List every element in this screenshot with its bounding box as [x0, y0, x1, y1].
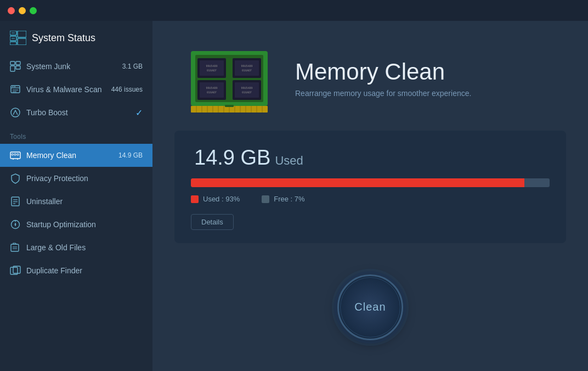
svg-rect-9: [10, 66, 15, 71]
traffic-lights: [8, 7, 37, 14]
system-junk-badge: 3.1 GB: [122, 63, 143, 70]
svg-rect-3: [18, 31, 26, 37]
svg-text:99U5489: 99U5489: [206, 64, 217, 68]
svg-text:99U5489: 99U5489: [206, 86, 217, 89]
hero-title: Memory Clean: [295, 59, 471, 85]
stats-used-value: 14.9 GB: [194, 146, 270, 169]
close-button[interactable]: [8, 7, 15, 14]
svg-text:99U5489: 99U5489: [241, 64, 252, 68]
sidebar-item-uninstaller[interactable]: Uninstaller: [0, 190, 152, 213]
duplicate-icon: [10, 265, 21, 276]
uninstaller-icon: [10, 196, 21, 207]
svg-point-17: [11, 108, 20, 117]
legend-free-dot: [262, 195, 269, 203]
sidebar-header: System Status: [0, 21, 152, 55]
ram-chip-image: 99U5489 016AEF 99U5489 016AEF 99U5489 01…: [185, 43, 273, 114]
memory-progress-bar: [191, 178, 550, 187]
svg-text:016AEF: 016AEF: [242, 91, 252, 94]
sidebar-title: System Status: [32, 32, 95, 44]
memory-clean-label: Memory Clean: [26, 151, 113, 160]
memory-clean-badge: 14.9 GB: [118, 151, 143, 159]
sidebar-item-turbo-boost[interactable]: Turbo Boost ✓: [0, 101, 152, 124]
legend-free: Free : 7%: [262, 195, 304, 203]
clean-button[interactable]: Clean: [337, 274, 403, 340]
privacy-protection-label: Privacy Protection: [26, 174, 143, 183]
large-old-files-label: Large & Old Files: [26, 243, 143, 252]
sidebar-item-startup-optimization[interactable]: Startup Optimization: [0, 213, 152, 236]
virus-scan-label: Virus & Malware Scan: [26, 85, 106, 94]
sidebar-item-large-old-files[interactable]: Large & Old Files: [0, 236, 152, 259]
svg-point-30: [15, 224, 16, 226]
svg-rect-43: [235, 60, 259, 76]
stats-panel: 14.9 GBUsed Used : 93% Free : 7% Details: [174, 131, 566, 243]
startup-optimization-label: Startup Optimization: [26, 220, 143, 229]
svg-rect-51: [235, 82, 259, 98]
hero-section: 99U5489 016AEF 99U5489 016AEF 99U5489 01…: [152, 21, 588, 131]
system-status-icon: [10, 31, 26, 45]
svg-rect-2: [10, 42, 16, 45]
turbo-boost-label: Turbo Boost: [26, 108, 130, 117]
sidebar-item-virus-scan[interactable]: Virus & Malware Scan 446 issues: [0, 78, 152, 101]
large-files-icon: [10, 242, 21, 253]
legend-used-label: Used : 93%: [203, 195, 240, 203]
svg-rect-19: [12, 154, 13, 155]
clean-button-label: Clean: [354, 301, 386, 313]
stats-used-suffix: Used: [275, 154, 303, 167]
main-layout: System Status System Junk 3.1 GB: [0, 21, 588, 371]
minimize-button[interactable]: [19, 7, 26, 14]
titlebar: [0, 0, 588, 21]
memory-clean-icon: [10, 150, 21, 161]
sidebar-item-memory-clean[interactable]: Memory Clean 14.9 GB: [0, 144, 152, 167]
svg-rect-20: [14, 154, 16, 155]
virus-scan-icon: [10, 84, 21, 95]
turbo-boost-icon: [10, 107, 21, 118]
sidebar-item-privacy-protection[interactable]: Privacy Protection: [0, 167, 152, 190]
sidebar-item-system-junk[interactable]: System Junk 3.1 GB: [0, 55, 152, 78]
clean-area: Clean: [152, 243, 588, 371]
tools-section-label: Tools: [0, 124, 152, 144]
svg-rect-10: [16, 66, 20, 69]
virus-scan-badge: 446 issues: [111, 86, 143, 93]
svg-rect-21: [17, 154, 19, 155]
legend-used-dot: [191, 195, 199, 203]
legend-used: Used : 93%: [191, 195, 240, 203]
svg-point-14: [14, 86, 15, 87]
memory-progress-fill: [191, 178, 524, 187]
svg-rect-4: [18, 38, 26, 45]
legend-free-label: Free : 7%: [274, 195, 304, 203]
uninstaller-label: Uninstaller: [26, 197, 143, 206]
svg-rect-7: [10, 61, 15, 65]
sidebar-item-duplicate-finder[interactable]: Duplicate Finder: [0, 259, 152, 282]
duplicate-finder-label: Duplicate Finder: [26, 266, 143, 275]
privacy-icon: [10, 173, 21, 184]
details-button[interactable]: Details: [191, 214, 234, 230]
svg-text:99U5489: 99U5489: [241, 86, 252, 89]
svg-text:016AEF: 016AEF: [207, 91, 217, 94]
stats-used-display: 14.9 GBUsed: [191, 146, 550, 170]
system-junk-label: System Junk: [26, 62, 117, 71]
turbo-boost-check: ✓: [135, 108, 143, 118]
svg-rect-68: [225, 105, 234, 107]
hero-text: Memory Clean Rearrange memory usage for …: [295, 59, 471, 98]
svg-text:016AEF: 016AEF: [242, 69, 252, 72]
svg-text:016AEF: 016AEF: [207, 69, 217, 72]
main-nav-items: System Junk 3.1 GB Virus & Malware Scan: [0, 55, 152, 124]
system-junk-icon: [10, 61, 21, 72]
svg-rect-47: [200, 82, 224, 98]
svg-rect-8: [16, 61, 20, 65]
svg-point-13: [13, 86, 14, 87]
maximize-button[interactable]: [30, 7, 37, 14]
stats-legend: Used : 93% Free : 7%: [191, 195, 550, 203]
svg-rect-31: [11, 244, 19, 251]
hero-subtitle: Rearrange memory usage for smoother expe…: [295, 89, 471, 98]
sidebar: System Status System Junk 3.1 GB: [0, 21, 152, 371]
content-area: 99U5489 016AEF 99U5489 016AEF 99U5489 01…: [152, 21, 588, 371]
svg-rect-39: [200, 60, 224, 76]
startup-icon: [10, 219, 21, 230]
tools-nav-items: Memory Clean 14.9 GB Privacy Protection: [0, 144, 152, 282]
